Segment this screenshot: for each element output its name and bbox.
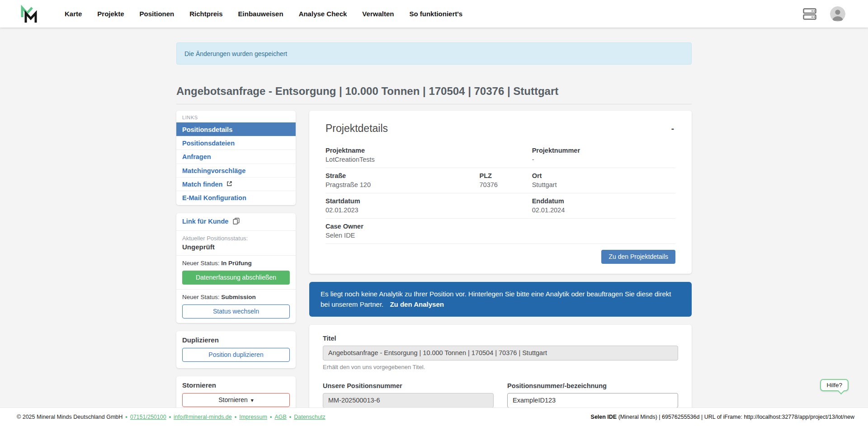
project-details-card: Projektdetails - Projektname LotCreation… [309,111,692,274]
footer-copyright: © 2025 Mineral Minds Deutschland GmbH [17,414,123,420]
field-label: Projektname [326,147,532,154]
nav-item-verwalten[interactable]: Verwalten [362,10,394,18]
mineral-minds-logo-icon [19,4,40,24]
server-stack-icon[interactable] [803,8,816,20]
sidebar-item-label: E-Mail Konfiguration [182,194,246,201]
customer-link-label: Link für Kunde [182,218,228,225]
status-card: Link für Kunde Aktueller Positionsstatus… [176,213,296,323]
footer-link-agb[interactable]: AGB [274,414,286,420]
nav-item-einbauweisen[interactable]: Einbauweisen [238,10,283,18]
cancel-card-title: Stornieren [182,381,290,389]
nav-item-karte[interactable]: Karte [65,10,82,18]
main-column: Projektdetails - Projektname LotCreation… [309,111,692,407]
main-menu: Karte Projekte Positionen Richtpreis Ein… [65,10,462,18]
footer-link-impressum[interactable]: Impressum [239,414,267,420]
customer-link-row: Link für Kunde [176,213,296,230]
project-details-row: Straße Pragstraße 120 PLZ 70376 Ort Stut… [326,168,675,193]
field-label: Ort [532,172,675,179]
field-label: Enddatum [532,197,675,205]
sidebar-item-anfragen[interactable]: Anfragen [176,150,296,163]
new-status-review-row: Neuer Status: In Prüfung Datenerfassung … [176,255,296,289]
new-status-submission-value: Submission [221,294,256,300]
field-value: - [532,156,675,163]
field-value: Pragstraße 120 [326,181,480,188]
position-number-field: Positionsnummer/-bezeichnung Z.B. Intern… [507,382,678,408]
sidebar-item-label: Match finden [182,181,222,188]
footer-separator: • [169,414,171,420]
field-value: 02.01.2024 [532,206,675,214]
our-number-input [323,393,494,408]
go-to-project-details-button[interactable]: Zu den Projektdetails [601,250,675,264]
analytics-banner: Es liegt noch keine Analytik zu Ihrer Po… [309,282,692,317]
top-nav: Karte Projekte Positionen Richtpreis Ein… [0,0,868,28]
footer-meta: (Mineral Minds) | 69576255536d | URL of … [617,414,854,420]
new-status-label: Neuer Status: [182,294,220,300]
position-form-card: Titel Erhält den von uns vorgegebenen Ti… [309,325,692,408]
current-status-label: Aktueller Positionsstatus: [182,235,290,242]
footer-link-datenschutz[interactable]: Datenschutz [294,414,325,420]
footer-link-email[interactable]: info@mineral-minds.de [174,414,232,420]
nav-item-projekte[interactable]: Projekte [97,10,124,18]
field-label: PLZ [480,172,532,179]
footer-user: Selen IDE [591,414,617,420]
links-card: LINKS Positionsdetails Positionsdateien … [176,111,296,205]
position-number-input[interactable] [507,393,678,408]
cancel-dropdown-button[interactable]: Stornieren ▾ [182,393,290,407]
sidebar-item-label: Positionsdateien [182,140,235,147]
page-content: Die Änderungen wurden gespeichert Angebo… [0,28,868,407]
new-status-label: Neuer Status: [182,260,220,267]
sidebar-item-positionsdateien[interactable]: Positionsdateien [176,136,296,150]
field-label: Straße [326,172,480,179]
our-number-label: Unsere Positionsnummer [323,382,494,389]
duplicate-position-button[interactable]: Position duplizieren [182,348,290,362]
title-field-label: Titel [323,335,678,342]
nav-item-positionen[interactable]: Positionen [140,10,175,18]
external-link-icon [226,181,232,188]
sidebar-item-email-konfiguration[interactable]: E-Mail Konfiguration [176,191,296,204]
nav-right-actions [803,6,845,22]
success-alert-text: Die Änderungen wurden gespeichert [184,50,287,57]
footer: © 2025 Mineral Minds Deutschland GmbH • … [0,407,868,426]
project-details-row: Startdatum 02.01.2023 Enddatum 02.01.202… [326,193,675,218]
project-details-row: Projektname LotCreationTests Projektnumm… [326,143,675,168]
footer-separator: • [270,414,272,420]
sidebar-item-match-finden[interactable]: Match finden [176,177,296,191]
field-value: 02.01.2023 [326,206,532,214]
sidebar-item-matchingvorschlaege[interactable]: Matchingvorschläge [176,164,296,177]
help-button-label: Hilfe? [826,382,842,389]
nav-item-analyse-check[interactable]: Analyse Check [299,10,347,18]
sidebar-item-label: Anfragen [182,154,211,161]
success-alert: Die Änderungen wurden gespeichert [176,42,692,65]
user-avatar[interactable] [830,6,845,22]
user-avatar-icon [830,6,845,22]
footer-link-phone[interactable]: 07151/250100 [130,414,166,420]
position-number-label: Positionsnummer/-bezeichnung [507,382,678,389]
caret-down-icon: ▾ [251,397,254,403]
field-label: Startdatum [326,197,532,205]
nav-item-richtpreis[interactable]: Richtpreis [189,10,222,18]
cancel-card: Stornieren Stornieren ▾ [176,376,296,407]
footer-separator: • [125,414,127,420]
current-status-value: Ungeprüft [182,243,290,251]
nav-item-so-funktionierts[interactable]: So funktioniert's [409,10,462,18]
go-to-analyses-link[interactable]: Zu den Analysen [390,300,443,308]
customer-link[interactable]: Link für Kunde [182,218,240,225]
field-value: 70376 [480,181,532,188]
copy-icon [233,218,240,226]
field-value: Stuttgart [532,181,675,188]
sidebar-item-label: Matchingvorschläge [182,167,245,174]
links-card-header: LINKS [176,111,296,122]
footer-separator: • [235,414,236,420]
collapse-icon[interactable]: - [670,124,675,133]
field-label: Case Owner [326,223,675,230]
switch-status-button[interactable]: Status wechseln [182,304,290,318]
complete-data-entry-button[interactable]: Datenerfassung abschließen [182,271,290,285]
sidebar-item-positionsdetails[interactable]: Positionsdetails [176,122,296,136]
brand-logo[interactable] [19,4,40,24]
duplicate-card: Duplizieren Position duplizieren [176,331,296,368]
project-details-title: Projektdetails [326,122,388,135]
help-button[interactable]: Hilfe? [820,379,849,391]
current-status-row: Aktueller Positionsstatus: Ungeprüft [176,230,296,255]
cancel-dropdown-label: Stornieren [218,396,248,403]
new-status-submission-row: Neuer Status: Submission Status wechseln [176,289,296,323]
